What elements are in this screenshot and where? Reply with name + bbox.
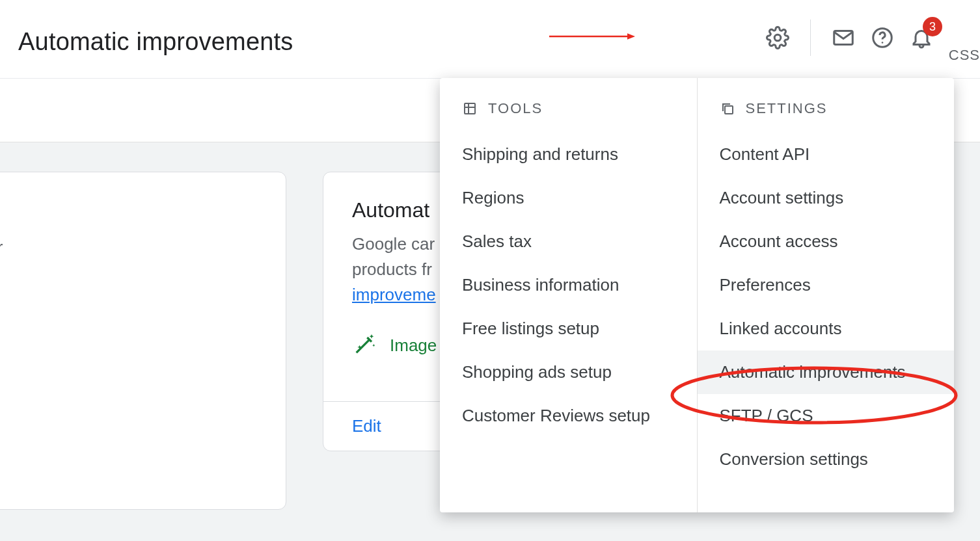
card-body-text: ct details to match your — [0, 235, 262, 260]
improvements-link[interactable]: improveme — [352, 285, 436, 304]
svg-rect-6 — [465, 103, 475, 114]
menu-item-regions[interactable]: Regions — [440, 176, 697, 220]
menu-item-automatic-improvements[interactable]: Automatic improvements — [698, 350, 955, 394]
card-fragment-text: ally — [0, 423, 262, 443]
tools-icon — [462, 101, 478, 116]
menu-item-sftp-gcs[interactable]: SFTP / GCS — [698, 394, 955, 438]
header: Automatic improvements — [0, 0, 980, 78]
menu-item-shopping-ads-setup[interactable]: Shopping ads setup — [440, 350, 697, 394]
menu-header-tools: TOOLS — [440, 100, 697, 133]
svg-rect-9 — [725, 106, 733, 114]
css-partial-label: CSS — [949, 47, 980, 64]
settings-copy-icon — [720, 101, 735, 116]
menu-item-content-api[interactable]: Content API — [698, 133, 955, 176]
mail-button[interactable] — [824, 18, 863, 57]
settings-dropdown-menu: TOOLS Shipping and returns Regions Sales… — [440, 78, 954, 512]
page-title: Automatic improvements — [18, 28, 293, 56]
svg-point-2 — [774, 34, 781, 41]
menu-header-tools-label: TOOLS — [488, 100, 543, 117]
edit-button[interactable]: Edit — [352, 416, 381, 436]
magic-wand-icon — [352, 331, 378, 360]
menu-header-settings: SETTINGS — [698, 100, 955, 133]
menu-item-business-information[interactable]: Business information — [440, 263, 697, 307]
help-icon — [871, 26, 894, 49]
svg-marker-1 — [627, 33, 635, 40]
menu-item-account-settings[interactable]: Account settings — [698, 176, 955, 220]
header-icon-row: 3 — [758, 18, 941, 57]
menu-item-shipping-and-returns[interactable]: Shipping and returns — [440, 133, 697, 176]
menu-item-free-listings-setup[interactable]: Free listings setup — [440, 307, 697, 350]
card-desc-line1: Google car — [352, 234, 435, 254]
divider — [810, 20, 811, 56]
annotation-arrow — [521, 33, 664, 40]
svg-point-5 — [882, 42, 884, 44]
help-button[interactable] — [863, 18, 902, 57]
image-improvement-label: Image — [390, 336, 437, 356]
menu-header-settings-label: SETTINGS — [746, 100, 828, 117]
menu-col-settings: SETTINGS Content API Account settings Ac… — [697, 78, 955, 512]
menu-item-linked-accounts[interactable]: Linked accounts — [698, 307, 955, 350]
card-item-updates: ct details to match your em updates ally — [0, 172, 286, 510]
menu-item-sales-tax[interactable]: Sales tax — [440, 220, 697, 263]
menu-item-conversion-settings[interactable]: Conversion settings — [698, 438, 955, 481]
gear-icon — [766, 26, 789, 49]
mail-icon — [832, 26, 855, 49]
card-desc-line2: products fr — [352, 259, 432, 279]
menu-col-tools: TOOLS Shipping and returns Regions Sales… — [440, 78, 697, 512]
menu-item-customer-reviews-setup[interactable]: Customer Reviews setup — [440, 394, 697, 438]
menu-item-account-access[interactable]: Account access — [698, 220, 955, 263]
notifications-button[interactable]: 3 — [902, 18, 941, 57]
notification-badge: 3 — [923, 17, 942, 36]
menu-item-preferences[interactable]: Preferences — [698, 263, 955, 307]
settings-gear-button[interactable] — [758, 18, 797, 57]
